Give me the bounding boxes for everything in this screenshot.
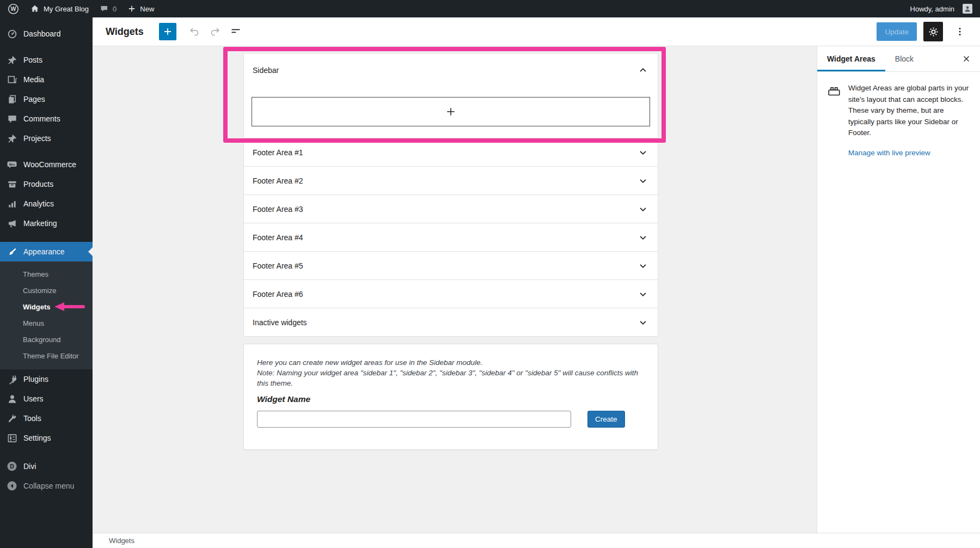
comment-count: 0 (113, 5, 117, 13)
pages-icon (7, 94, 17, 105)
manage-live-preview-link[interactable]: Manage with live preview (848, 149, 930, 157)
sidebar-item-divi[interactable]: D Divi (0, 456, 93, 476)
sidebar-item-label: Media (23, 75, 44, 84)
woocommerce-bubble-icon: Woo (7, 159, 17, 170)
create-panel-note: Note: Naming your widget area "sidebar 1… (257, 368, 645, 388)
redo-arrow-icon (209, 26, 221, 38)
gauge-icon (7, 28, 17, 39)
chevron-down-icon (637, 147, 649, 159)
sidebar-item-plugins[interactable]: Plugins (0, 369, 93, 389)
sidebar-item-label: Pages (23, 95, 45, 103)
sidebar-item-media[interactable]: Media (0, 70, 93, 89)
chevron-up-icon (637, 64, 649, 76)
site-name-label: My Great Blog (44, 5, 89, 13)
sidebar-item-settings[interactable]: Settings (0, 428, 93, 448)
create-panel-description: Here you can create new widget areas for… (257, 357, 645, 368)
block-appender[interactable] (252, 97, 650, 126)
current-menu-arrow (84, 247, 93, 256)
redo-button[interactable] (205, 22, 225, 41)
widget-area-title: Sidebar (253, 66, 279, 75)
sidebar-item-label: Analytics (23, 199, 54, 208)
sidebar-item-label: Tools (23, 414, 41, 423)
submenu-item-themes[interactable]: Themes (0, 266, 93, 282)
close-settings-button[interactable] (953, 46, 980, 71)
megaphone-icon (7, 218, 17, 229)
sidebar-item-tools[interactable]: Tools (0, 409, 93, 428)
sidebar-item-analytics[interactable]: Analytics (0, 194, 93, 214)
close-icon (961, 54, 971, 64)
settings-tabs: Widget Areas Block (817, 46, 980, 72)
appearance-submenu: Themes Customize Widgets Menus Backgroun… (0, 261, 93, 369)
widget-area-panel-sidebar: Sidebar (243, 53, 658, 138)
my-account-menu[interactable]: Howdy, admin (910, 0, 972, 17)
plus-icon (445, 106, 457, 118)
widget-area-row-footer-6[interactable]: Footer Area #6 (243, 279, 658, 308)
create-button[interactable]: Create (587, 411, 625, 428)
editor-footer-bar: Widgets (93, 533, 980, 548)
sidebar-item-label: Divi (23, 462, 36, 471)
sidebar-item-appearance[interactable]: Appearance (0, 242, 93, 261)
update-button[interactable]: Update (877, 22, 917, 41)
sidebar-item-posts[interactable]: Posts (0, 50, 93, 70)
tab-widget-areas[interactable]: Widget Areas (817, 46, 885, 71)
sidebar-item-label: Dashboard (23, 29, 61, 38)
widget-name-input[interactable] (257, 411, 571, 428)
list-view-button[interactable] (225, 22, 246, 41)
collapse-menu-button[interactable]: Collapse menu (0, 476, 93, 496)
svg-text:Woo: Woo (9, 163, 15, 166)
submenu-item-widgets[interactable]: Widgets (0, 299, 93, 315)
list-view-icon (230, 26, 242, 38)
submenu-item-theme-file-editor[interactable]: Theme File Editor (0, 348, 93, 364)
editor-canvas: Sidebar Footer Area #1 Footer Area #2 Fo… (93, 46, 817, 533)
person-icon (7, 393, 17, 404)
wordpress-logo-icon[interactable]: W (8, 0, 19, 17)
editor-header: Widgets Update (93, 17, 980, 46)
comment-bubble-icon (7, 113, 17, 124)
plus-icon (162, 26, 173, 37)
chevron-down-icon (637, 260, 649, 272)
submenu-item-customize[interactable]: Customize (0, 282, 93, 299)
sidebar-item-label: Projects (23, 134, 51, 143)
widget-area-header-sidebar[interactable]: Sidebar (244, 53, 658, 87)
widget-area-row-footer-4[interactable]: Footer Area #4 (243, 223, 658, 252)
howdy-label: Howdy, admin (910, 5, 954, 13)
paintbrush-icon (7, 246, 17, 257)
sidebar-item-products[interactable]: Products (0, 174, 93, 194)
sidebar-item-pages[interactable]: Pages (0, 89, 93, 109)
widget-areas-description: Widget Areas are global parts in your si… (848, 83, 970, 139)
sidebar-item-marketing[interactable]: Marketing (0, 214, 93, 233)
collapse-arrow-icon (7, 480, 17, 491)
sidebar-item-woocommerce[interactable]: Woo WooCommerce (0, 155, 93, 174)
widget-area-row-footer-3[interactable]: Footer Area #3 (243, 194, 658, 223)
sidebar-item-users[interactable]: Users (0, 389, 93, 409)
options-menu-button[interactable] (950, 22, 970, 41)
settings-toggle-button[interactable] (923, 22, 943, 41)
widget-area-row-footer-2[interactable]: Footer Area #2 (243, 166, 658, 195)
sidebar-item-dashboard[interactable]: Dashboard (0, 24, 93, 44)
chevron-down-icon (637, 175, 649, 187)
home-icon (30, 4, 40, 14)
new-content-menu[interactable]: New (127, 0, 154, 17)
comment-bubble-icon (100, 4, 109, 14)
undo-button[interactable] (184, 22, 205, 41)
submenu-item-menus[interactable]: Menus (0, 315, 93, 331)
archive-box-icon (7, 179, 17, 190)
comments-shortcut[interactable]: 0 (100, 0, 117, 17)
widget-area-row-inactive[interactable]: Inactive widgets (243, 308, 658, 337)
tab-block[interactable]: Block (885, 46, 923, 71)
sidebar-item-projects[interactable]: Projects (0, 129, 93, 148)
widget-area-row-footer-1[interactable]: Footer Area #1 (243, 138, 658, 167)
sidebar-item-comments[interactable]: Comments (0, 109, 93, 129)
plus-icon (127, 4, 136, 13)
wrench-icon (7, 413, 17, 424)
sliders-icon (7, 433, 17, 443)
svg-text:D: D (10, 463, 14, 470)
new-label: New (140, 5, 154, 13)
widget-areas-list: Sidebar Footer Area #1 Footer Area #2 Fo… (243, 53, 658, 450)
submenu-item-background[interactable]: Background (0, 331, 93, 348)
site-name-menu[interactable]: My Great Blog (30, 0, 89, 17)
sidebar-item-label: Settings (23, 434, 51, 442)
widget-area-row-footer-5[interactable]: Footer Area #5 (243, 251, 658, 280)
block-inserter-button[interactable] (159, 23, 176, 40)
media-icon (7, 74, 17, 85)
